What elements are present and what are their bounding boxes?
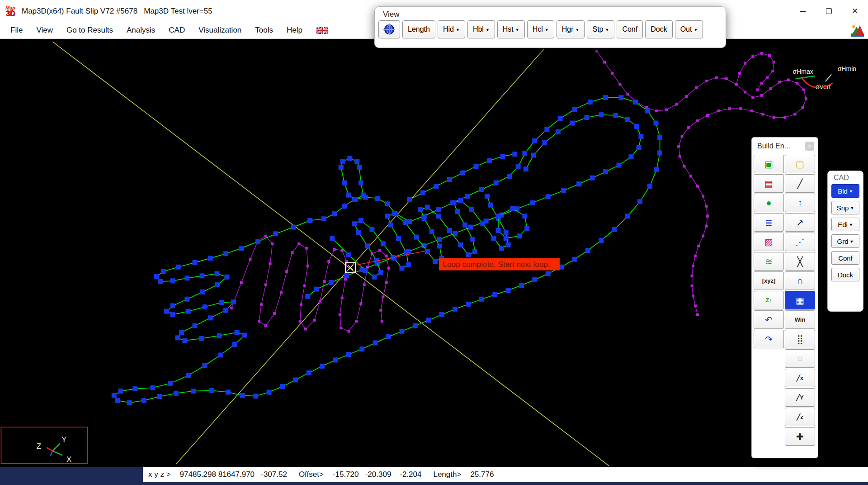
vertex-marker-small[interactable]: [756, 89, 759, 91]
vertex-marker-small[interactable]: [378, 249, 381, 252]
vertex-marker[interactable]: [203, 363, 208, 368]
vertex-marker-small[interactable]: [665, 109, 668, 111]
vertex-marker[interactable]: [654, 121, 659, 126]
vertex-marker[interactable]: [399, 329, 404, 334]
dig-map-icon-button[interactable]: ▤: [754, 174, 784, 193]
vertex-marker[interactable]: [588, 100, 593, 105]
vertex-marker[interactable]: [612, 227, 617, 232]
vertex-marker[interactable]: [157, 394, 162, 399]
vertex-marker-small[interactable]: [725, 77, 727, 80]
vertex-marker[interactable]: [613, 113, 618, 118]
vertex-marker[interactable]: [232, 342, 237, 347]
cad-btn-snp[interactable]: Snp▼: [831, 201, 859, 214]
vertex-marker[interactable]: [436, 214, 441, 219]
vertex-marker[interactable]: [426, 318, 431, 323]
vertex-marker[interactable]: [369, 227, 374, 232]
vertex-marker[interactable]: [199, 273, 204, 278]
vertex-marker[interactable]: [599, 112, 604, 117]
vertex-marker-small[interactable]: [717, 109, 720, 112]
vertex-marker[interactable]: [175, 335, 180, 340]
vertex-marker[interactable]: [603, 169, 608, 174]
vertex-marker[interactable]: [625, 214, 630, 219]
vertex-marker[interactable]: [532, 138, 537, 143]
menu-tools[interactable]: Tools: [248, 22, 280, 38]
vertex-marker[interactable]: [532, 277, 537, 282]
vertex-marker-small[interactable]: [702, 235, 704, 238]
vertex-marker[interactable]: [115, 398, 120, 403]
vertex-marker[interactable]: [158, 279, 163, 284]
arc-icon-button[interactable]: ∩: [785, 271, 815, 290]
vertex-marker[interactable]: [346, 193, 351, 198]
vertex-marker[interactable]: [492, 292, 497, 297]
vertex-marker[interactable]: [469, 207, 474, 212]
vertex-marker-small[interactable]: [744, 62, 746, 65]
vertex-marker-small[interactable]: [297, 242, 300, 245]
vertex-marker[interactable]: [507, 174, 512, 179]
vertex-marker[interactable]: [413, 323, 418, 328]
vertex-marker[interactable]: [223, 308, 228, 313]
vertex-marker[interactable]: [429, 229, 434, 234]
vertex-marker-small[interactable]: [689, 175, 692, 177]
undo-icon-button[interactable]: ↶: [754, 310, 784, 329]
vertex-marker[interactable]: [186, 309, 191, 314]
vertex-marker-small[interactable]: [611, 72, 613, 75]
vertex-marker[interactable]: [556, 129, 561, 134]
grid-points-icon-button[interactable]: ⣿: [785, 330, 815, 348]
vertex-marker[interactable]: [307, 218, 312, 223]
vertex-marker[interactable]: [634, 124, 639, 129]
vertex-marker-small[interactable]: [801, 106, 804, 109]
move-axis-icon-button[interactable]: ✚: [785, 427, 815, 446]
vertex-marker[interactable]: [353, 197, 358, 202]
build-close-button[interactable]: ×: [805, 142, 814, 151]
vertex-marker-small[interactable]: [692, 295, 694, 297]
vertex-marker-small[interactable]: [271, 242, 274, 245]
xyz-coordinates-icon-button[interactable]: [xyz]: [754, 271, 784, 290]
vertex-marker[interactable]: [203, 304, 208, 309]
vertex-marker[interactable]: [455, 209, 460, 214]
vertex-marker-small[interactable]: [387, 267, 390, 270]
vertex-marker-small[interactable]: [761, 113, 764, 115]
vertex-marker[interactable]: [342, 181, 347, 185]
vertex-marker[interactable]: [561, 188, 566, 193]
vertex-marker[interactable]: [372, 275, 377, 280]
vertex-marker[interactable]: [436, 207, 441, 212]
green-polyline[interactable]: [341, 158, 363, 200]
vertex-marker[interactable]: [403, 220, 408, 225]
vertex-marker-small[interactable]: [766, 76, 769, 79]
vertex-marker-small[interactable]: [340, 327, 342, 329]
vertex-marker-small[interactable]: [738, 72, 741, 75]
vertex-marker[interactable]: [361, 193, 366, 198]
vertex-marker-small[interactable]: [751, 96, 754, 99]
vertex-marker-small[interactable]: [702, 195, 704, 198]
vertex-marker-small[interactable]: [327, 260, 330, 263]
menu-visualization[interactable]: Visualization: [192, 22, 248, 38]
view-btn-hbl[interactable]: Hbl▼: [467, 20, 495, 38]
vertex-marker[interactable]: [470, 237, 475, 242]
vertex-marker[interactable]: [375, 196, 380, 201]
vertex-marker-small[interactable]: [728, 107, 731, 110]
view-btn-hgr[interactable]: Hgr▼: [557, 20, 585, 38]
vertex-marker[interactable]: [514, 206, 519, 211]
vertex-marker[interactable]: [506, 242, 511, 247]
vertex-marker[interactable]: [437, 243, 442, 248]
vertex-marker[interactable]: [628, 154, 633, 159]
vertex-marker-small[interactable]: [359, 302, 362, 305]
vertex-marker[interactable]: [546, 194, 551, 199]
vertex-marker[interactable]: [291, 225, 296, 230]
yellow-construction-lines[interactable]: [52, 42, 609, 466]
green-polyline[interactable]: [526, 115, 641, 184]
vertex-marker[interactable]: [385, 201, 390, 206]
vertex-marker[interactable]: [524, 166, 528, 171]
vertex-marker[interactable]: [522, 151, 527, 156]
vertex-marker[interactable]: [465, 194, 470, 199]
vertex-marker-small[interactable]: [705, 205, 708, 208]
vertex-marker[interactable]: [396, 236, 401, 241]
vertex-marker[interactable]: [584, 115, 589, 120]
vertex-marker[interactable]: [392, 256, 396, 261]
vertex-marker[interactable]: [516, 164, 521, 169]
vertex-marker[interactable]: [531, 152, 536, 157]
vertex-marker-small[interactable]: [769, 87, 772, 90]
win-button-button[interactable]: Win: [785, 310, 815, 329]
vertex-marker-small[interactable]: [750, 109, 753, 112]
vertex-marker[interactable]: [499, 246, 504, 251]
